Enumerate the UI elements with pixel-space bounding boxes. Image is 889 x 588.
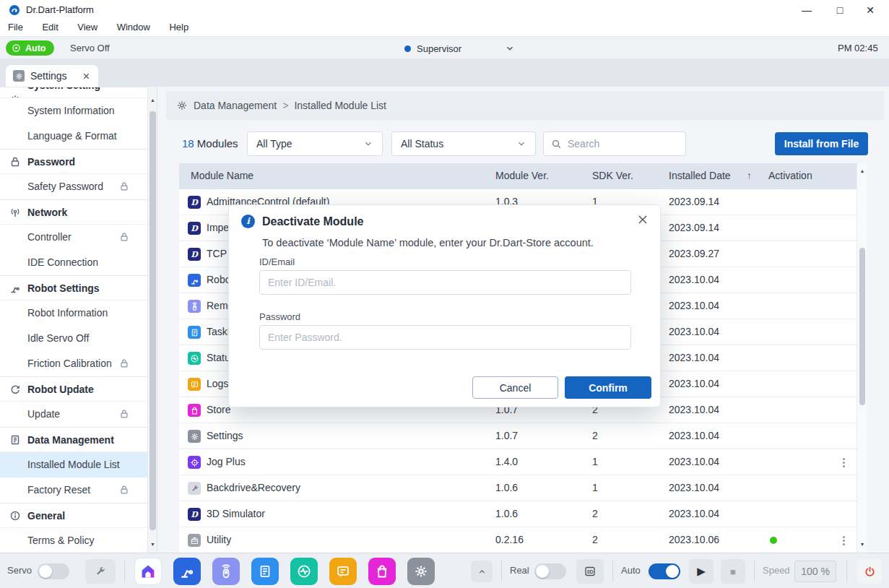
auto-toggle-label: Auto bbox=[621, 565, 641, 576]
table-row[interactable]: D3D Simulator1.0.622023.10.04 bbox=[179, 501, 857, 527]
lock-icon bbox=[119, 232, 129, 242]
dart-module-icon: D bbox=[188, 196, 201, 209]
sidebar-item-system-information[interactable]: System Information bbox=[0, 98, 148, 124]
dialog-description: To deactivate ‘Module Name’ module, ente… bbox=[262, 237, 594, 248]
lock-icon bbox=[9, 156, 21, 168]
taskbar-divider bbox=[612, 561, 613, 581]
settings-app-icon[interactable] bbox=[407, 558, 435, 585]
status-module-icon bbox=[188, 352, 201, 365]
confirm-button[interactable]: Confirm bbox=[565, 376, 651, 399]
table-row[interactable]: Settings1.0.722023.10.04 bbox=[179, 423, 857, 449]
3d-view-button[interactable]: 3D bbox=[576, 559, 604, 584]
user-role-dropdown[interactable]: Supervisor bbox=[404, 40, 515, 56]
sidebar-item-robot-information[interactable]: Robot Information bbox=[0, 301, 148, 326]
menu-file[interactable]: File bbox=[0, 20, 31, 34]
menu-edit[interactable]: Edit bbox=[34, 20, 66, 34]
robot-app-icon[interactable] bbox=[173, 558, 201, 585]
breadcrumb-section[interactable]: Data Management bbox=[194, 100, 277, 111]
home-app-icon[interactable] bbox=[134, 558, 162, 585]
sidebar-scrollbar[interactable]: ▲ ▼ bbox=[147, 87, 157, 553]
sidebar-item-safety-password[interactable]: Safety Password bbox=[0, 174, 148, 199]
minimize-button[interactable]: — bbox=[797, 3, 817, 17]
column-sdk-ver[interactable]: SDK Ver. bbox=[592, 170, 633, 181]
sidebar-item-network[interactable]: Network bbox=[0, 199, 148, 225]
speed-value[interactable]: 100 % bbox=[794, 561, 836, 582]
sort-ascending-icon[interactable]: ↑ bbox=[747, 170, 752, 181]
table-scrollbar[interactable]: ▲ ▼ bbox=[857, 163, 867, 553]
sidebar-item-factory-reset[interactable]: Factory Reset bbox=[0, 477, 148, 503]
column-installed-date[interactable]: Installed Date bbox=[669, 170, 731, 181]
breadcrumb-page: Installed Module List bbox=[294, 100, 386, 111]
sidebar-item-data-management[interactable]: Data Management bbox=[0, 427, 148, 452]
sidebar-item-password[interactable]: Password bbox=[0, 149, 148, 174]
menu-view[interactable]: View bbox=[69, 20, 105, 34]
password-field[interactable] bbox=[259, 325, 631, 350]
install-from-file-button[interactable]: Install from File bbox=[775, 132, 868, 155]
stop-button[interactable]: ■ bbox=[721, 559, 745, 584]
real-toggle[interactable] bbox=[534, 563, 566, 579]
scroll-down-icon[interactable]: ▼ bbox=[148, 540, 157, 550]
cancel-button[interactable]: Cancel bbox=[472, 376, 558, 399]
sidebar-item-robot-settings[interactable]: Robot Settings bbox=[0, 275, 148, 301]
wrench-button[interactable] bbox=[85, 559, 116, 584]
type-filter-dropdown[interactable]: All Type bbox=[247, 131, 383, 156]
scroll-up-icon[interactable]: ▲ bbox=[857, 166, 867, 176]
tab-close-icon[interactable] bbox=[82, 72, 91, 81]
menu-help[interactable]: Help bbox=[161, 20, 196, 34]
row-menu-button[interactable] bbox=[838, 534, 849, 547]
sidebar-item-system-setting[interactable]: System Setting bbox=[0, 87, 148, 98]
sidebar-item-idle-servo-off[interactable]: Idle Servo Off bbox=[0, 326, 148, 351]
column-module-name[interactable]: Module Name bbox=[191, 170, 253, 181]
auto-mode-icon bbox=[12, 43, 21, 53]
auto-toggle[interactable] bbox=[649, 563, 680, 579]
power-button[interactable] bbox=[857, 559, 883, 584]
chevron-down-icon bbox=[363, 139, 373, 149]
table-row[interactable]: Utility0.2.1622023.10.06 bbox=[179, 527, 857, 553]
logs-app-icon[interactable] bbox=[329, 558, 357, 585]
sidebar-item-installed-module-list[interactable]: Installed Module List bbox=[0, 452, 148, 477]
scroll-down-icon[interactable]: ▼ bbox=[857, 540, 867, 550]
column-module-ver[interactable]: Module Ver. bbox=[495, 170, 549, 181]
sidebar-item-general[interactable]: General bbox=[0, 503, 148, 528]
close-window-button[interactable]: ✕ bbox=[860, 3, 880, 17]
taskbar-divider bbox=[124, 561, 125, 581]
refresh-icon bbox=[9, 384, 21, 395]
dart-module-icon: D bbox=[188, 222, 201, 235]
mode-badge[interactable]: Auto bbox=[6, 40, 54, 56]
chevron-down-icon bbox=[516, 139, 526, 149]
task-app-icon[interactable] bbox=[251, 558, 279, 585]
sidebar-item-robot-update[interactable]: Robot Update bbox=[0, 376, 148, 402]
row-menu-button[interactable] bbox=[838, 456, 849, 469]
menu-window[interactable]: Window bbox=[109, 20, 158, 34]
servo-toggle[interactable] bbox=[38, 563, 69, 579]
table-row[interactable]: Backdrive&Recovery1.0.612023.10.04 bbox=[179, 475, 857, 501]
sidebar-item-terms-policy[interactable]: Terms & Policy bbox=[0, 528, 148, 553]
status-filter-dropdown[interactable]: All Status bbox=[391, 131, 536, 156]
settings-sidebar: System SettingSystem InformationLanguage… bbox=[0, 87, 157, 553]
sidebar-item-update[interactable]: Update bbox=[0, 402, 148, 427]
wrench-icon bbox=[95, 566, 106, 577]
maximize-button[interactable]: □ bbox=[830, 3, 850, 17]
status-app-icon[interactable] bbox=[290, 558, 318, 585]
sidebar-item-friction-calibration[interactable]: Friction Calibration bbox=[0, 351, 148, 376]
taskbar-divider bbox=[846, 561, 847, 581]
column-activation[interactable]: Activation bbox=[768, 170, 812, 181]
search-box bbox=[543, 131, 686, 156]
sidebar-item-language-format[interactable]: Language & Format bbox=[0, 124, 148, 149]
play-button[interactable]: ▶ bbox=[689, 559, 714, 584]
table-row[interactable]: Jog Plus1.4.012023.10.04 bbox=[179, 449, 857, 475]
store-app-icon[interactable] bbox=[368, 558, 396, 585]
panel-collapse-button[interactable] bbox=[471, 561, 493, 582]
tab-settings[interactable]: Settings bbox=[6, 65, 98, 87]
scroll-up-icon[interactable]: ▲ bbox=[148, 95, 157, 105]
remote-app-icon[interactable] bbox=[212, 558, 240, 585]
dart-module-icon: D bbox=[188, 248, 201, 261]
power-icon bbox=[864, 566, 876, 578]
id-email-field[interactable] bbox=[259, 270, 631, 295]
sidebar-item-ide-connection[interactable]: IDE Connection bbox=[0, 250, 148, 275]
sidebar-item-controller[interactable]: Controller bbox=[0, 225, 148, 250]
search-input[interactable] bbox=[568, 138, 698, 150]
table-scroll-thumb[interactable] bbox=[859, 248, 865, 405]
sidebar-scroll-thumb[interactable] bbox=[149, 111, 156, 530]
dialog-close-icon[interactable] bbox=[636, 213, 649, 226]
